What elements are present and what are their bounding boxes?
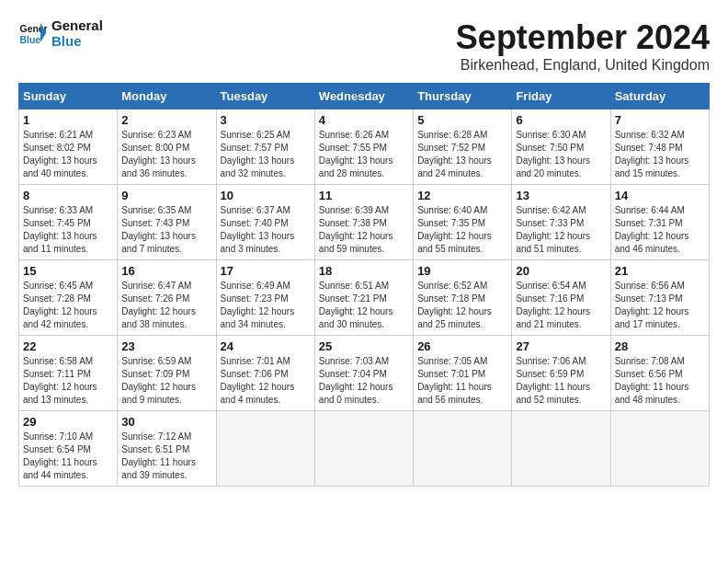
calendar-cell: 22Sunrise: 6:58 AM Sunset: 7:11 PM Dayli… [19, 336, 118, 411]
logo-blue-text: Blue [51, 34, 103, 50]
calendar-cell: 16Sunrise: 6:47 AM Sunset: 7:26 PM Dayli… [118, 260, 216, 336]
calendar-cell [414, 411, 512, 487]
day-info: Sunrise: 6:28 AM Sunset: 7:52 PM Dayligh… [417, 129, 507, 180]
week-row-5: 29Sunrise: 7:10 AM Sunset: 6:54 PM Dayli… [19, 411, 710, 487]
location: Birkenhead, England, United Kingdom [456, 57, 710, 74]
day-number: 13 [516, 189, 606, 202]
day-info: Sunrise: 6:37 AM Sunset: 7:40 PM Dayligh… [221, 204, 311, 256]
calendar-cell: 14Sunrise: 6:44 AM Sunset: 7:31 PM Dayli… [610, 185, 709, 260]
calendar-cell: 12Sunrise: 6:40 AM Sunset: 7:35 PM Dayli… [414, 185, 512, 260]
day-number: 25 [319, 339, 409, 353]
calendar-cell: 27Sunrise: 7:06 AM Sunset: 6:59 PM Dayli… [512, 336, 610, 411]
day-number: 15 [23, 264, 113, 278]
day-number: 4 [319, 113, 409, 127]
logo-general-text: General [51, 18, 103, 34]
day-header-friday: Friday [512, 84, 610, 109]
day-info: Sunrise: 6:40 AM Sunset: 7:35 PM Dayligh… [417, 204, 507, 256]
day-number: 17 [221, 264, 311, 278]
calendar-cell: 3Sunrise: 6:25 AM Sunset: 7:57 PM Daylig… [216, 109, 314, 185]
day-number: 30 [121, 415, 211, 429]
calendar-cell: 15Sunrise: 6:45 AM Sunset: 7:28 PM Dayli… [19, 260, 118, 336]
calendar-cell: 21Sunrise: 6:56 AM Sunset: 7:13 PM Dayli… [610, 260, 709, 336]
day-number: 21 [615, 264, 705, 278]
day-header-tuesday: Tuesday [216, 84, 314, 109]
day-number: 11 [319, 189, 409, 202]
calendar-cell: 2Sunrise: 6:23 AM Sunset: 8:00 PM Daylig… [118, 109, 216, 185]
day-info: Sunrise: 6:21 AM Sunset: 8:02 PM Dayligh… [23, 129, 113, 180]
calendar-cell: 7Sunrise: 6:32 AM Sunset: 7:48 PM Daylig… [610, 109, 709, 185]
day-number: 8 [23, 189, 113, 202]
day-number: 1 [23, 113, 113, 127]
calendar-cell: 10Sunrise: 6:37 AM Sunset: 7:40 PM Dayli… [216, 185, 314, 260]
calendar-cell [216, 411, 314, 487]
day-info: Sunrise: 6:58 AM Sunset: 7:11 PM Dayligh… [23, 355, 113, 407]
title-area: September 2024 Birkenhead, England, Unit… [456, 18, 710, 74]
calendar-cell: 30Sunrise: 7:12 AM Sunset: 6:51 PM Dayli… [118, 411, 216, 487]
day-number: 26 [417, 339, 507, 353]
day-number: 14 [615, 189, 705, 202]
day-info: Sunrise: 6:56 AM Sunset: 7:13 PM Dayligh… [615, 280, 705, 331]
day-info: Sunrise: 6:49 AM Sunset: 7:23 PM Dayligh… [221, 280, 311, 331]
day-number: 18 [319, 264, 409, 278]
week-row-3: 15Sunrise: 6:45 AM Sunset: 7:28 PM Dayli… [19, 260, 710, 336]
day-info: Sunrise: 7:06 AM Sunset: 6:59 PM Dayligh… [516, 355, 606, 407]
calendar-cell [314, 411, 413, 487]
calendar-cell: 25Sunrise: 7:03 AM Sunset: 7:04 PM Dayli… [314, 336, 413, 411]
calendar-cell [610, 411, 709, 487]
day-number: 10 [221, 189, 311, 202]
week-row-2: 8Sunrise: 6:33 AM Sunset: 7:45 PM Daylig… [19, 185, 710, 260]
day-info: Sunrise: 6:54 AM Sunset: 7:16 PM Dayligh… [516, 280, 606, 331]
day-number: 22 [23, 339, 113, 353]
day-info: Sunrise: 6:35 AM Sunset: 7:43 PM Dayligh… [121, 204, 211, 256]
logo-icon: General Blue [18, 19, 48, 49]
day-info: Sunrise: 6:42 AM Sunset: 7:33 PM Dayligh… [516, 204, 606, 256]
calendar-cell: 9Sunrise: 6:35 AM Sunset: 7:43 PM Daylig… [118, 185, 216, 260]
calendar-cell: 20Sunrise: 6:54 AM Sunset: 7:16 PM Dayli… [512, 260, 610, 336]
calendar-cell: 4Sunrise: 6:26 AM Sunset: 7:55 PM Daylig… [314, 109, 413, 185]
calendar-cell: 28Sunrise: 7:08 AM Sunset: 6:56 PM Dayli… [610, 336, 709, 411]
day-info: Sunrise: 6:30 AM Sunset: 7:50 PM Dayligh… [516, 129, 606, 180]
day-number: 3 [221, 113, 311, 127]
day-info: Sunrise: 6:25 AM Sunset: 7:57 PM Dayligh… [221, 129, 311, 180]
day-info: Sunrise: 6:23 AM Sunset: 8:00 PM Dayligh… [121, 129, 211, 180]
day-info: Sunrise: 6:52 AM Sunset: 7:18 PM Dayligh… [417, 280, 507, 331]
day-number: 7 [615, 113, 705, 127]
day-number: 29 [23, 415, 113, 429]
calendar-cell: 24Sunrise: 7:01 AM Sunset: 7:06 PM Dayli… [216, 336, 314, 411]
day-info: Sunrise: 7:03 AM Sunset: 7:04 PM Dayligh… [319, 355, 409, 407]
calendar-cell: 11Sunrise: 6:39 AM Sunset: 7:38 PM Dayli… [314, 185, 413, 260]
day-info: Sunrise: 6:33 AM Sunset: 7:45 PM Dayligh… [23, 204, 113, 256]
day-info: Sunrise: 6:47 AM Sunset: 7:26 PM Dayligh… [121, 280, 211, 331]
day-info: Sunrise: 7:08 AM Sunset: 6:56 PM Dayligh… [615, 355, 705, 407]
day-info: Sunrise: 6:45 AM Sunset: 7:28 PM Dayligh… [23, 280, 113, 331]
calendar-cell: 13Sunrise: 6:42 AM Sunset: 7:33 PM Dayli… [512, 185, 610, 260]
calendar-cell: 18Sunrise: 6:51 AM Sunset: 7:21 PM Dayli… [314, 260, 413, 336]
month-title: September 2024 [456, 18, 710, 57]
calendar-cell: 23Sunrise: 6:59 AM Sunset: 7:09 PM Dayli… [118, 336, 216, 411]
day-info: Sunrise: 7:01 AM Sunset: 7:06 PM Dayligh… [221, 355, 311, 407]
calendar-cell: 1Sunrise: 6:21 AM Sunset: 8:02 PM Daylig… [19, 109, 118, 185]
logo: General Blue General Blue [18, 18, 103, 49]
day-info: Sunrise: 6:59 AM Sunset: 7:09 PM Dayligh… [121, 355, 211, 407]
calendar-cell [512, 411, 610, 487]
day-info: Sunrise: 7:10 AM Sunset: 6:54 PM Dayligh… [23, 431, 113, 482]
day-header-monday: Monday [118, 84, 216, 109]
calendar-cell: 17Sunrise: 6:49 AM Sunset: 7:23 PM Dayli… [216, 260, 314, 336]
day-number: 12 [417, 189, 507, 202]
day-info: Sunrise: 6:26 AM Sunset: 7:55 PM Dayligh… [319, 129, 409, 180]
day-number: 24 [221, 339, 311, 353]
header: General Blue General Blue September 2024… [18, 18, 710, 74]
day-number: 23 [121, 339, 211, 353]
calendar-cell: 6Sunrise: 6:30 AM Sunset: 7:50 PM Daylig… [512, 109, 610, 185]
week-row-1: 1Sunrise: 6:21 AM Sunset: 8:02 PM Daylig… [19, 109, 710, 185]
calendar-cell: 26Sunrise: 7:05 AM Sunset: 7:01 PM Dayli… [414, 336, 512, 411]
day-number: 6 [516, 113, 606, 127]
day-info: Sunrise: 6:44 AM Sunset: 7:31 PM Dayligh… [615, 204, 705, 256]
calendar-cell: 8Sunrise: 6:33 AM Sunset: 7:45 PM Daylig… [19, 185, 118, 260]
day-number: 16 [121, 264, 211, 278]
day-number: 5 [417, 113, 507, 127]
day-header-wednesday: Wednesday [314, 84, 413, 109]
day-number: 27 [516, 339, 606, 353]
calendar-cell: 29Sunrise: 7:10 AM Sunset: 6:54 PM Dayli… [19, 411, 118, 487]
day-number: 2 [121, 113, 211, 127]
